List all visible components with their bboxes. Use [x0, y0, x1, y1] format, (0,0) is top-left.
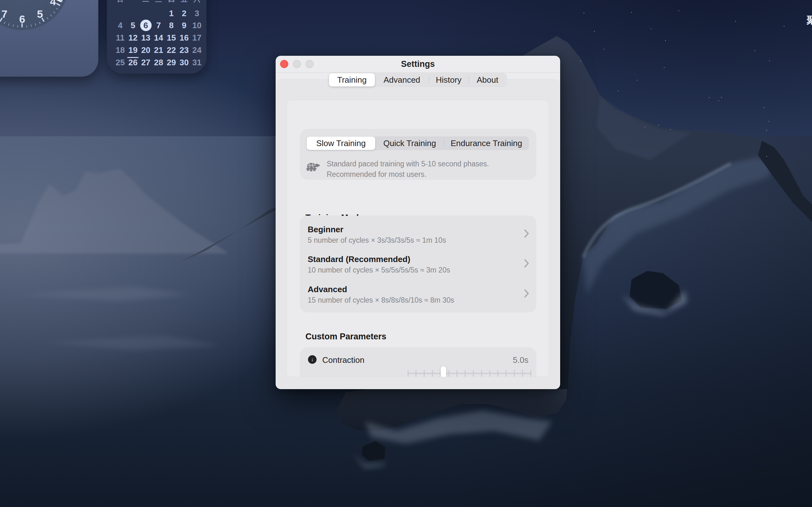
calendar-day-cell: 24	[191, 44, 203, 56]
preset-title: Standard (Recommended)	[308, 255, 410, 264]
calendar-day-cell: 19	[127, 44, 139, 56]
training-mode-segmented-control: Slow TrainingQuick TrainingEndurance Tra…	[307, 136, 529, 150]
calendar-day-cell: 14	[153, 32, 164, 43]
slider-tick-mark	[465, 370, 466, 377]
slider-tick-mark	[530, 370, 531, 377]
calendar-day-cell: 31	[191, 57, 203, 68]
calendar-day-cell: 9	[179, 20, 190, 31]
clock-tick	[17, 25, 18, 27]
tab-label: Advanced	[384, 75, 420, 85]
clock-tick	[47, 17, 49, 20]
stars	[583, 13, 584, 13]
calendar-day-cell: 5	[127, 20, 139, 31]
calendar-day-cell: 20	[140, 44, 152, 56]
slider-tick-mark	[424, 370, 425, 377]
calendar-today-cell: 6	[140, 20, 152, 31]
training-mode-box: Slow TrainingQuick TrainingEndurance Tra…	[300, 129, 536, 179]
clock-tick	[8, 23, 9, 26]
slider-tick-mark	[497, 370, 498, 377]
tab-history[interactable]: History	[429, 73, 468, 87]
tab-label: About	[477, 75, 498, 85]
calendar-weekday: 二	[140, 0, 152, 5]
tab-bar: TrainingAdvancedHistoryAbout	[329, 73, 507, 87]
calendar-day-cell: 3	[191, 8, 203, 19]
tab-label: Training	[337, 75, 367, 85]
calendar-day-cell: 8	[165, 20, 177, 31]
calendar-weekday: 四	[165, 0, 177, 5]
calendar-day-cell: 7	[153, 20, 164, 31]
segment-label: Quick Training	[383, 138, 436, 148]
tab-about[interactable]: About	[468, 73, 507, 87]
calendar-day-cell: 11	[114, 32, 126, 43]
clock-tick	[4, 21, 5, 24]
slider-tick-mark	[415, 370, 416, 377]
clock-tick	[13, 24, 14, 27]
clock-tick	[31, 24, 32, 27]
clock-tick	[56, 8, 58, 10]
training-mode-description: Standard paced training with 5-10 second…	[327, 159, 535, 180]
window-titlebar[interactable]: Settings	[275, 56, 560, 72]
tab-advanced[interactable]: Advanced	[375, 73, 429, 87]
calendar-day-cell: 17	[191, 32, 203, 43]
slider-tick-mark	[514, 370, 515, 377]
slider-tick-mark	[408, 370, 409, 377]
chevron-right-icon	[524, 229, 529, 239]
segment-label: Slow Training	[316, 138, 366, 148]
clock-tick	[21, 23, 23, 27]
settings-pane: Training Mode Slow TrainingQuick Trainin…	[287, 100, 549, 377]
desktop-icon-label-fragment: 聚	[807, 14, 812, 27]
tab-training[interactable]: Training	[329, 73, 375, 87]
calendar-widget[interactable]: 日一二三四五六 12345678910111213141516171819202…	[107, 0, 206, 73]
slider-tick-mark	[473, 370, 474, 377]
calendar-day-cell: 25	[114, 57, 126, 68]
arrow-down-circle-icon: ↓	[308, 355, 316, 364]
segment-quick-training[interactable]: Quick Training	[375, 136, 444, 150]
segment-slow-training[interactable]: Slow Training	[307, 136, 375, 150]
settings-window: Settings TrainingAdvancedHistoryAbout Tr…	[275, 56, 560, 389]
clock-tick	[26, 25, 27, 27]
calendar-weekday: 一	[127, 0, 139, 5]
calendar-weekday: 六	[191, 0, 203, 5]
parameter-label: Contraction	[322, 355, 364, 365]
clock-tick	[50, 14, 52, 16]
preset-title: Advanced	[308, 285, 347, 294]
slider-tick-mark	[481, 370, 482, 377]
custom-parameters-box: ↓ Contraction 5.0s	[300, 348, 536, 377]
chevron-right-icon	[524, 289, 529, 299]
preset-row-beginner[interactable]: Beginner 5 number of cycles × 3s/3s/3s/5…	[300, 218, 536, 250]
preset-subtitle: 15 number of cycles × 8s/8s/8s/10s ≈ 8m …	[308, 296, 454, 304]
section-header-custom-parameters: Custom Parameters	[305, 332, 386, 342]
calendar-day-cell: 23	[179, 44, 190, 56]
slider-tick-mark	[490, 370, 490, 377]
calendar-weekday: 五	[179, 0, 190, 5]
slider-tick-mark	[506, 370, 507, 377]
preset-subtitle: 5 number of cycles × 3s/3s/3s/5s ≈ 1m 10…	[308, 236, 446, 245]
calendar-day-cell: 18	[114, 44, 126, 56]
tab-label: History	[436, 75, 461, 85]
slider-thumb[interactable]	[441, 366, 446, 377]
segment-endurance-training[interactable]: Endurance Training	[444, 136, 529, 150]
calendar-day-cell: 13	[140, 32, 152, 43]
calendar-day-cell: 30	[179, 57, 190, 68]
clock-tick	[35, 23, 36, 26]
clock-tick	[39, 21, 41, 24]
slider-tick-mark	[456, 370, 457, 377]
preset-row-standard[interactable]: Standard (Recommended) 10 number of cycl…	[300, 247, 536, 279]
slider-track[interactable]	[408, 373, 531, 374]
tortoise-icon	[306, 162, 321, 174]
preset-row-advanced[interactable]: Advanced 15 number of cycles × 8s/8s/8s/…	[300, 278, 536, 309]
parameter-value: 5.0s	[513, 355, 528, 365]
calendar-day-cell: 22	[165, 44, 177, 56]
calendar-day-cell: 26	[127, 57, 139, 68]
calendar-weekday: 三	[153, 0, 164, 5]
calendar-day-cell: 12	[127, 32, 139, 43]
clock-widget[interactable]: 123456789101112	[0, 0, 98, 77]
slider-tick-mark	[522, 370, 523, 377]
clock-tick	[53, 11, 55, 14]
preset-title: Beginner	[308, 225, 344, 234]
calendar-day-cell: 2	[179, 8, 190, 19]
slider-tick-mark	[432, 370, 433, 377]
contraction-slider[interactable]	[408, 366, 531, 377]
calendar-day-cell: 4	[114, 20, 126, 31]
calendar-day-cell: 10	[191, 20, 203, 31]
